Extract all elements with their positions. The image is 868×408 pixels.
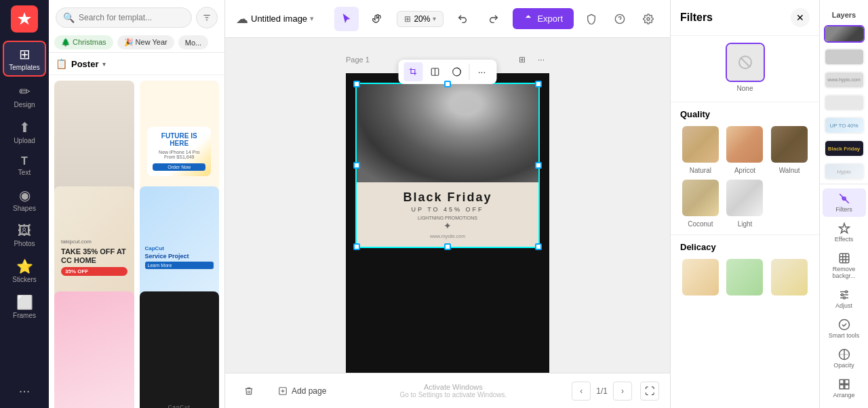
remove-bg-button[interactable]: Remove backgr... xyxy=(823,248,866,283)
shield-button[interactable] xyxy=(580,8,602,30)
svg-rect-23 xyxy=(844,380,848,384)
template-card[interactable]: CapCut FINE WINE xyxy=(140,291,220,408)
resize-handle-bl[interactable] xyxy=(353,243,360,250)
quality-filter-grid: Natural Apricot Walnut Coconut xyxy=(680,125,810,228)
settings-button[interactable] xyxy=(637,8,659,30)
frames-icon: ⬜ xyxy=(16,294,33,310)
grid-icon: ⊞ xyxy=(404,14,411,24)
svg-point-5 xyxy=(647,18,650,20)
title-chevron-icon: ▾ xyxy=(310,14,314,23)
next-page-button[interactable]: › xyxy=(613,382,632,401)
mask-tool-button[interactable] xyxy=(448,62,467,81)
opacity-tool-label: Opacity xyxy=(833,362,854,369)
resize-handle-tl[interactable] xyxy=(353,81,360,87)
crop-tool-button[interactable] xyxy=(404,62,423,81)
delicacy-section: Delicacy xyxy=(671,234,819,304)
top-toolbar: ☁ Untitled image ▾ ⊞ 20% ▾ Export xyxy=(225,0,670,38)
redo-button[interactable] xyxy=(481,7,506,31)
sidebar-item-templates[interactable]: ⊞ Templates xyxy=(3,41,46,77)
arrange-tool-label: Arrange xyxy=(833,392,854,399)
prev-page-button[interactable]: ‹ xyxy=(572,382,591,401)
layer-item-2[interactable] xyxy=(824,48,865,66)
filter-natural[interactable]: Natural xyxy=(680,125,721,174)
filter-coconut[interactable]: Coconut xyxy=(680,178,721,228)
sidebar-item-design[interactable]: ✏ Design xyxy=(3,79,46,113)
title-text: Untitled image xyxy=(251,14,307,24)
resize-handle-ml[interactable] xyxy=(353,162,360,169)
effects-tool-label: Effects xyxy=(835,236,853,243)
filter-thumb-d3 xyxy=(770,258,809,297)
bottom-toolbar: Add page Activate Windows Go to Settings… xyxy=(225,373,670,408)
layer-item-6[interactable]: Black Friday xyxy=(824,140,865,157)
layer-item-3[interactable]: www.hypio.com xyxy=(824,71,865,89)
arrange-tool-button[interactable]: Arrange xyxy=(823,374,866,403)
filters-tool-button[interactable]: Filters xyxy=(823,188,866,217)
sidebar-item-more[interactable]: ··· xyxy=(3,379,46,403)
undo-button[interactable] xyxy=(450,7,475,31)
template-card[interactable]: BEAUTY xyxy=(54,291,134,408)
layers-title-label: Layers xyxy=(829,5,859,22)
filter-apricot[interactable]: Apricot xyxy=(725,125,766,174)
app-logo[interactable] xyxy=(11,5,38,33)
filter-light[interactable]: Light xyxy=(725,178,766,228)
canvas-page[interactable]: ··· ↻ xyxy=(346,73,549,373)
search-box[interactable]: 🔍 xyxy=(56,7,192,28)
help-button[interactable] xyxy=(609,8,631,30)
sidebar-item-photos[interactable]: 🖼 Photos xyxy=(3,219,46,251)
filter-delicacy-1[interactable] xyxy=(680,258,721,297)
sidebar-item-stickers[interactable]: ⭐ Stickers xyxy=(3,254,46,287)
zoom-level: 20% xyxy=(414,14,430,24)
filter-walnut[interactable]: Walnut xyxy=(769,125,810,174)
page-expand-button[interactable]: ⊞ xyxy=(514,52,530,68)
resize-handle-bm[interactable] xyxy=(444,243,451,250)
layer-item-1[interactable] xyxy=(824,25,865,43)
smart-tools-button[interactable]: Smart tools xyxy=(823,314,866,343)
select-tool-button[interactable] xyxy=(334,7,359,31)
fullscreen-button[interactable]: ⛶ xyxy=(640,382,659,401)
sidebar-item-shapes[interactable]: ◉ Shapes xyxy=(3,183,46,216)
zoom-control[interactable]: ⊞ 20% ▾ xyxy=(397,11,443,27)
effects-tool-button[interactable]: Effects xyxy=(823,218,866,247)
export-button[interactable]: Export xyxy=(513,8,574,29)
filter-thumb-light xyxy=(725,178,764,218)
selected-element[interactable]: ··· ↻ xyxy=(355,83,540,248)
resize-handle-mr[interactable] xyxy=(535,162,542,169)
layer-item-4[interactable] xyxy=(824,94,865,112)
poster-title: Black Friday xyxy=(368,190,528,205)
sidebar-item-frames[interactable]: ⬜ Frames xyxy=(3,290,46,323)
resize-handle-br[interactable] xyxy=(535,243,542,250)
sidebar-label-upload: Upload xyxy=(14,137,35,144)
flip-tool-button[interactable] xyxy=(426,62,445,81)
tag-new-year[interactable]: 🎉 New Year xyxy=(117,35,174,49)
filter-label-light: Light xyxy=(738,220,753,228)
tag-more[interactable]: Mo... xyxy=(178,35,208,49)
sidebar-label-stickers: Stickers xyxy=(12,276,37,283)
more-options-button[interactable]: ··· xyxy=(473,62,492,81)
sidebar-item-upload[interactable]: ⬆ Upload xyxy=(3,115,46,148)
page-menu-button[interactable]: ··· xyxy=(533,52,549,68)
delete-button[interactable] xyxy=(236,382,262,400)
svg-point-19 xyxy=(841,294,843,296)
hand-tool-button[interactable] xyxy=(366,7,390,31)
filters-close-button[interactable]: ✕ xyxy=(791,8,810,27)
add-page-button[interactable]: Add page xyxy=(270,382,334,400)
sidebar: ⊞ Templates ✏ Design ⬆ Upload T Text ◉ S… xyxy=(0,0,49,408)
filters-header: Filters ✕ xyxy=(671,0,819,36)
resize-handle-tr[interactable] xyxy=(535,81,542,87)
filter-preview-d1 xyxy=(682,259,719,295)
svg-point-21 xyxy=(843,297,845,299)
search-input[interactable] xyxy=(79,13,184,22)
layer-item-5[interactable]: UP TO 40% xyxy=(824,117,865,134)
filter-none[interactable]: None xyxy=(726,43,765,92)
shapes-icon: ◉ xyxy=(19,187,31,203)
sidebar-item-text[interactable]: T Text xyxy=(3,151,46,180)
adjust-tool-button[interactable]: Adjust xyxy=(823,285,866,313)
filter-delicacy-2[interactable] xyxy=(725,258,766,297)
resize-handle-tm[interactable] xyxy=(444,81,451,87)
filter-button[interactable] xyxy=(196,7,218,28)
filter-delicacy-3[interactable] xyxy=(769,258,810,297)
layer-item-7[interactable]: Hypio xyxy=(824,163,865,180)
opacity-tool-button[interactable]: Opacity xyxy=(823,344,866,373)
tag-christmas[interactable]: 🌲 Christmas xyxy=(54,35,113,49)
stickers-icon: ⭐ xyxy=(16,258,33,274)
